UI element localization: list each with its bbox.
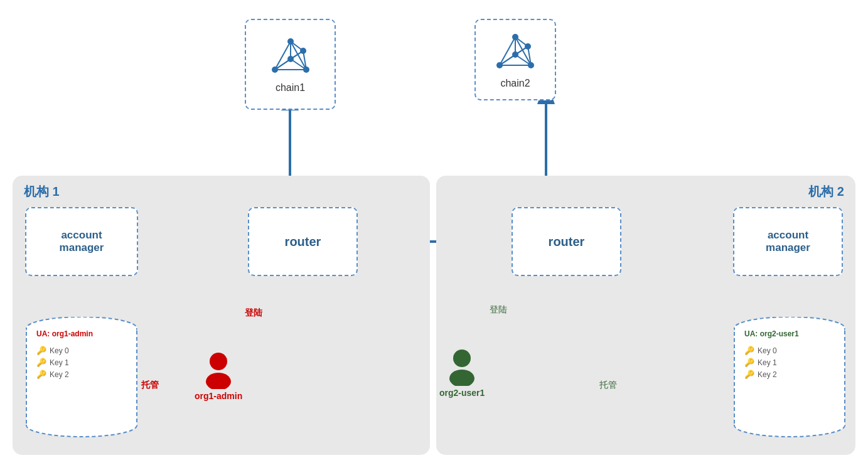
svg-point-41 — [496, 62, 503, 68]
chain1-network-icon — [262, 35, 319, 79]
user1-figure: org1-admin — [195, 351, 242, 401]
db1-container: UA: org1-admin 🔑 Key 0 🔑 Key 1 🔑 Key 2 — [25, 317, 138, 439]
chain2-network-icon — [487, 31, 544, 75]
key0-icon: 🔑 — [36, 346, 46, 355]
svg-point-56 — [206, 373, 231, 389]
svg-point-40 — [512, 34, 518, 40]
org1-title: 机构 1 — [24, 183, 60, 200]
user1-icon — [203, 351, 234, 389]
user2-icon — [446, 348, 478, 386]
svg-point-26 — [272, 67, 278, 73]
db2-key2: 🔑 Key 2 — [744, 370, 835, 379]
org2-title: 机构 2 — [808, 183, 844, 200]
chain2-box: chain2 — [474, 19, 556, 100]
user2-label: org2-user1 — [439, 388, 485, 398]
key2-icon: 🔑 — [36, 370, 46, 379]
db1-key1: 🔑 Key 1 — [36, 358, 127, 367]
db2-key0: 🔑 Key 0 — [744, 346, 835, 355]
chain1-label: chain1 — [276, 82, 305, 93]
svg-point-43 — [525, 43, 531, 50]
svg-point-29 — [287, 56, 294, 62]
key1-icon: 🔑 — [36, 358, 46, 367]
router-1-box: router — [248, 207, 358, 276]
svg-point-44 — [512, 51, 518, 58]
svg-line-15 — [275, 41, 291, 70]
denglu2-label: 登陆 — [490, 304, 507, 316]
svg-point-58 — [449, 370, 474, 386]
db1-key2: 🔑 Key 2 — [36, 370, 127, 379]
diagram-container: chain1 chain2 机构 1 accountmanager — [0, 0, 868, 475]
denglu1-label: 登陆 — [245, 307, 262, 319]
org1-panel: 机构 1 accountmanager router UA: org1 — [13, 176, 430, 455]
db1-label: UA: org1-admin — [36, 329, 127, 338]
chain1-box: chain1 — [245, 19, 336, 110]
account-manager-2-box: accountmanager — [733, 207, 843, 276]
db2-label: UA: org2-user1 — [744, 329, 835, 338]
svg-line-30 — [500, 37, 515, 65]
svg-point-55 — [210, 353, 227, 370]
db1-key0: 🔑 Key 0 — [36, 346, 127, 355]
user2-figure: org2-user1 — [439, 348, 485, 398]
svg-point-57 — [453, 350, 471, 367]
tuoguan2-label: 托管 — [599, 380, 617, 391]
svg-point-27 — [303, 67, 309, 73]
svg-point-25 — [287, 38, 294, 45]
svg-point-42 — [528, 62, 534, 68]
user1-label: org1-admin — [195, 391, 242, 401]
tuoguan1-label: 托管 — [141, 380, 159, 391]
account-manager-1-box: accountmanager — [25, 207, 138, 276]
key5-icon: 🔑 — [744, 370, 754, 379]
key3-icon: 🔑 — [744, 346, 754, 355]
db2-container: UA: org2-user1 🔑 Key 0 🔑 Key 1 🔑 Key 2 — [733, 317, 846, 439]
svg-point-28 — [300, 48, 306, 54]
db2-key1: 🔑 Key 1 — [744, 358, 835, 367]
router-2-box: router — [512, 207, 621, 276]
chain2-label: chain2 — [500, 78, 530, 89]
key4-icon: 🔑 — [744, 358, 754, 367]
